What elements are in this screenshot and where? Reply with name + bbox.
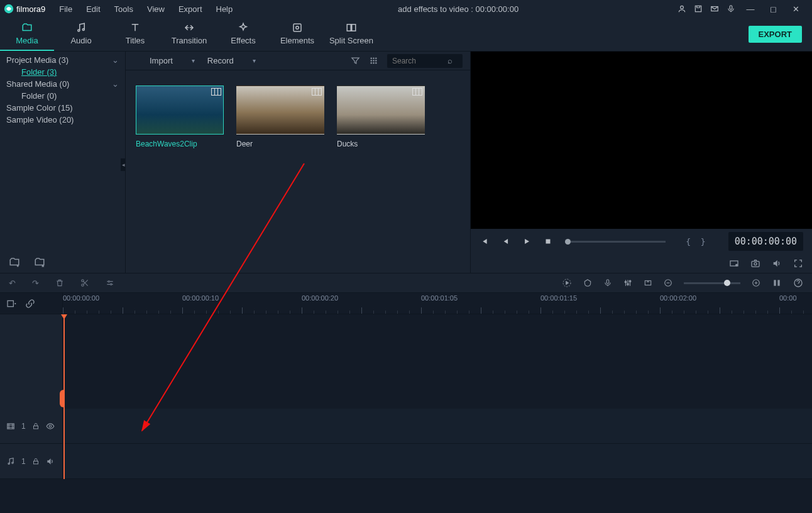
menu-help[interactable]: Help — [210, 2, 239, 16]
track-gap — [0, 314, 812, 409]
lock-icon[interactable] — [32, 458, 40, 465]
zoom-in-icon[interactable] — [752, 279, 760, 287]
tab-elements[interactable]: Elements — [270, 18, 324, 51]
sidebar-item-folder-0[interactable]: Folder (0) — [0, 90, 125, 102]
record-dropdown[interactable]: Record▾ — [204, 55, 260, 67]
audio-mixer-icon[interactable] — [623, 279, 632, 287]
lock-icon[interactable] — [32, 422, 40, 430]
chevron-down-icon: ⌄ — [112, 79, 119, 89]
delete-button[interactable] — [55, 279, 64, 288]
chevron-down-icon: ▾ — [192, 57, 195, 64]
tab-splitscreen[interactable]: Split Screen — [324, 18, 378, 51]
timeline-ruler[interactable]: 00:00:00:0000:00:00:1000:00:00:2000:00:0… — [63, 293, 812, 314]
crop-icon[interactable] — [644, 279, 652, 287]
marker-icon[interactable] — [583, 279, 592, 287]
save-icon[interactable] — [694, 4, 703, 13]
eye-icon[interactable] — [46, 422, 55, 431]
media-thumb[interactable]: Deer — [236, 86, 324, 148]
sidebar-collapse-handle[interactable]: ◂ — [121, 158, 126, 171]
menu-export[interactable]: Export — [172, 2, 209, 16]
thumb-name: BeachWaves2Clip — [136, 140, 224, 148]
tab-transition[interactable]: Transition — [162, 18, 216, 51]
export-button[interactable]: EXPORT — [749, 26, 802, 43]
search-input[interactable] — [392, 57, 447, 65]
tab-transition-label: Transition — [172, 36, 207, 45]
import-dropdown[interactable]: Import▾ — [146, 55, 199, 67]
svg-point-18 — [373, 62, 375, 64]
window-close[interactable]: ✕ — [788, 4, 803, 14]
fullscreen-icon[interactable] — [793, 258, 803, 268]
tab-effects[interactable]: Effects — [216, 18, 270, 51]
svg-rect-41 — [8, 423, 14, 428]
tree-label: Sample Video (20) — [6, 115, 74, 124]
svg-point-27 — [108, 280, 109, 282]
logo-text: filmora9 — [16, 4, 45, 14]
search-icon[interactable]: ⌕ — [447, 56, 453, 65]
tab-audio[interactable]: Audio — [54, 18, 108, 51]
sidebar-item-shared-media[interactable]: Shared Media (0)⌄ — [0, 78, 125, 90]
svg-rect-32 — [627, 284, 628, 285]
redo-button[interactable]: ↷ — [32, 279, 39, 288]
svg-point-45 — [12, 462, 13, 463]
zoom-fit-icon[interactable] — [772, 278, 782, 288]
sidebar-item-sample-color[interactable]: Sample Color (15) — [0, 102, 125, 114]
voiceover-icon[interactable] — [603, 279, 612, 287]
menu-view[interactable]: View — [141, 2, 171, 16]
tree-label: Sample Color (15) — [6, 103, 73, 113]
sidebar: Project Media (3)⌄ Folder (3) Shared Med… — [0, 52, 126, 273]
render-preview-icon[interactable] — [562, 278, 572, 288]
undo-button[interactable]: ↶ — [9, 279, 16, 288]
titlebar: filmora9 File Edit Tools View Export Hel… — [0, 0, 812, 18]
svg-point-16 — [375, 60, 377, 62]
svg-point-8 — [296, 26, 299, 30]
stop-button[interactable] — [544, 237, 552, 246]
zoom-slider[interactable] — [684, 282, 740, 284]
mark-brackets[interactable]: { } — [686, 237, 708, 246]
window-maximize[interactable]: ◻ — [765, 4, 781, 14]
play-backward-button[interactable] — [501, 237, 510, 246]
media-thumb[interactable]: BeachWaves2Clip — [136, 86, 224, 148]
sidebar-item-project-media[interactable]: Project Media (3)⌄ — [0, 54, 125, 66]
play-button[interactable] — [522, 237, 531, 246]
video-track[interactable]: 1 — [0, 409, 812, 444]
speaker-icon[interactable] — [46, 457, 55, 466]
logo-icon — [4, 4, 14, 14]
mic-icon[interactable] — [727, 4, 735, 13]
media-thumb[interactable]: Ducks — [337, 86, 425, 148]
mail-icon[interactable] — [710, 4, 719, 13]
preview-seekbar[interactable] — [565, 241, 666, 243]
settings-button[interactable] — [106, 279, 114, 288]
grid-icon[interactable] — [369, 56, 378, 65]
new-folder-icon[interactable] — [9, 256, 20, 268]
prev-frame-button[interactable] — [480, 237, 488, 246]
menu-edit[interactable]: Edit — [80, 2, 106, 16]
split-button[interactable] — [80, 279, 89, 288]
filter-icon[interactable] — [351, 56, 360, 65]
menu-tools[interactable]: Tools — [108, 2, 140, 16]
help-icon[interactable] — [793, 278, 803, 288]
snapshot-icon[interactable] — [750, 258, 760, 268]
preview-viewport[interactable] — [471, 52, 812, 229]
audio-track[interactable]: 1 — [0, 444, 812, 479]
account-icon[interactable] — [678, 4, 686, 13]
tree-label: Folder (3) — [21, 67, 57, 77]
svg-rect-7 — [294, 24, 301, 31]
tab-titles[interactable]: Titles — [108, 18, 162, 51]
svg-rect-30 — [606, 280, 609, 284]
svg-rect-37 — [774, 280, 776, 285]
tab-media[interactable]: Media — [0, 18, 54, 51]
zoom-out-icon[interactable] — [664, 279, 672, 287]
svg-point-6 — [82, 29, 84, 31]
svg-point-11 — [371, 58, 373, 60]
menu-file[interactable]: File — [53, 2, 79, 16]
link-icon[interactable] — [25, 299, 35, 309]
quality-icon[interactable] — [729, 258, 739, 268]
svg-rect-23 — [752, 262, 759, 267]
sidebar-item-folder-3[interactable]: Folder (3) — [0, 66, 125, 78]
add-track-icon[interactable] — [6, 299, 16, 309]
tab-media-label: Media — [16, 36, 38, 45]
window-minimize[interactable]: — — [743, 4, 758, 14]
volume-icon[interactable] — [772, 258, 782, 268]
delete-folder-icon[interactable] — [34, 256, 45, 268]
sidebar-item-sample-video[interactable]: Sample Video (20) — [0, 114, 125, 126]
